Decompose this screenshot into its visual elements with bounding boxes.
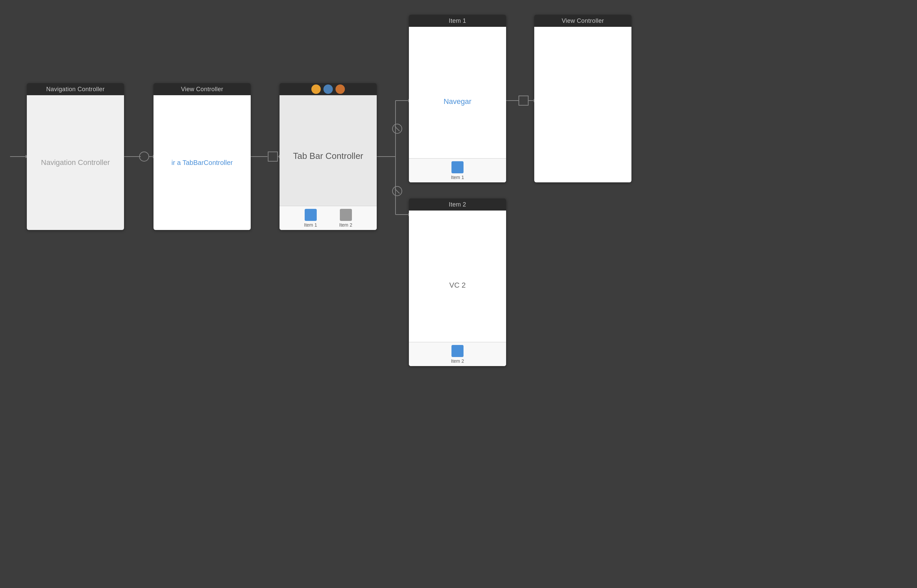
- vc1-title: View Controller: [181, 86, 223, 93]
- nav-controller-header: Navigation Controller: [27, 83, 124, 95]
- tab-controller-label: Tab Bar Controller: [293, 150, 363, 161]
- item2-title: Item 2: [449, 201, 466, 208]
- item1-title: Item 1: [449, 18, 466, 24]
- tab-header-icon-1: [312, 84, 321, 94]
- tab-header-icon-3: [336, 84, 345, 94]
- tab-bar-bottom: Item 1 Item 2: [279, 206, 377, 230]
- svg-line-19: [395, 189, 399, 194]
- item2-tab-label: Item 2: [451, 359, 464, 364]
- svg-rect-23: [519, 96, 528, 105]
- item2-controller: Item 2 VC 2 Item 2: [409, 199, 506, 366]
- tab-item-1[interactable]: Item 1: [304, 209, 317, 228]
- view-controller-1: View Controller ir a TabBarController: [153, 83, 251, 230]
- vc1-body: ir a TabBarController: [153, 95, 251, 230]
- svg-rect-7: [268, 152, 278, 161]
- vc1-link[interactable]: ir a TabBarController: [171, 159, 232, 166]
- vcr-header: View Controller: [534, 15, 631, 27]
- item2-tab-bar: Item 2: [409, 342, 506, 366]
- nav-controller-label: Navigation Controller: [41, 158, 110, 167]
- item1-navegar-label[interactable]: Navegar: [443, 97, 471, 106]
- item1-tab-item[interactable]: Item 1: [451, 161, 464, 180]
- svg-line-13: [395, 126, 399, 131]
- item2-header: Item 2: [409, 199, 506, 210]
- item1-tab-icon: [452, 161, 463, 173]
- tab-icon-blue: [305, 209, 317, 221]
- vcr-body: [534, 27, 631, 183]
- vcr-title: View Controller: [562, 18, 604, 24]
- navigation-controller: Navigation Controller Navigation Control…: [27, 83, 124, 230]
- item2-tab-item[interactable]: Item 2: [451, 345, 464, 364]
- item1-controller: Item 1 Navegar Item 1: [409, 15, 506, 183]
- tab-header-icon-2: [323, 84, 333, 94]
- nav-controller-body: Navigation Controller: [27, 95, 124, 230]
- tab-controller-body: Tab Bar Controller Item 1 Item 2: [279, 95, 377, 230]
- tab-icon-gray: [340, 209, 352, 221]
- view-controller-right: View Controller: [534, 15, 631, 183]
- svg-point-18: [392, 186, 402, 196]
- item2-tab-icon: [452, 345, 463, 357]
- svg-point-12: [392, 124, 402, 133]
- item1-header: Item 1: [409, 15, 506, 27]
- item1-tab-bar: Item 1: [409, 158, 506, 183]
- vc1-header: View Controller: [153, 83, 251, 95]
- tab-item-1-label: Item 1: [304, 222, 317, 228]
- item2-body: VC 2 Item 2: [409, 210, 506, 366]
- svg-point-3: [139, 152, 149, 161]
- tab-controller-header: [279, 83, 377, 95]
- tab-item-2-label: Item 2: [339, 222, 352, 228]
- nav-controller-title: Navigation Controller: [46, 86, 105, 93]
- item1-tab-label: Item 1: [451, 174, 464, 180]
- tab-bar-controller: Tab Bar Controller Item 1 Item 2: [279, 83, 377, 230]
- vc2-label: VC 2: [449, 281, 466, 290]
- tab-item-2[interactable]: Item 2: [339, 209, 352, 228]
- item1-body: Navegar Item 1: [409, 27, 506, 183]
